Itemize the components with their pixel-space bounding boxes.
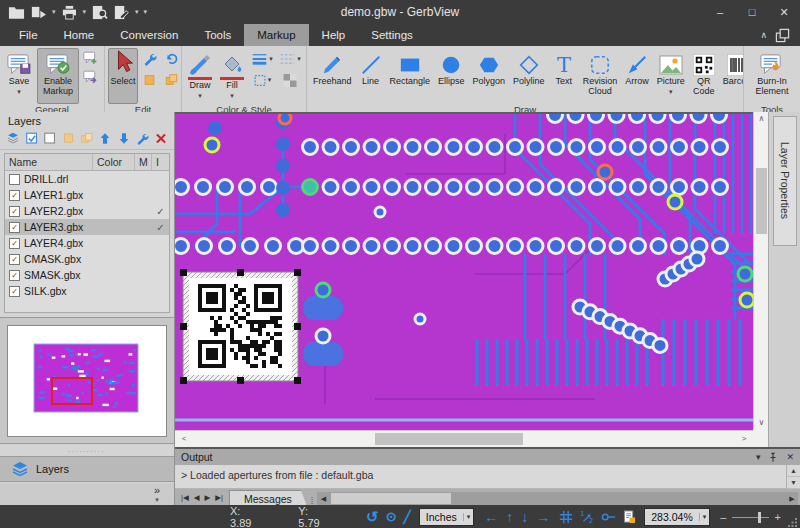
measure-icon[interactable]: ╱ [404, 510, 411, 524]
layer-row-layer4.gbx[interactable]: ✓LAYER4.gbx [5, 235, 169, 251]
save-button[interactable]: Save ▾ [3, 48, 35, 104]
menu-tab-markup[interactable]: Markup [244, 24, 308, 46]
layer-i-flag[interactable] [152, 267, 169, 283]
arrow-button[interactable]: Arrow [622, 48, 652, 104]
barcode-button[interactable]: Barcode [720, 48, 744, 104]
output-horizontal-scrollbar[interactable]: ◀ ▶ [317, 492, 798, 505]
line-width-button[interactable]: ▾ [249, 51, 275, 67]
zoom-slider-knob[interactable] [758, 512, 761, 523]
save-as-icon[interactable] [113, 5, 130, 20]
pcb-view[interactable] [175, 112, 753, 430]
layer-visibility-checkbox[interactable]: ✓ [9, 254, 20, 265]
msg-scroll-left[interactable]: ◀ [317, 492, 329, 505]
export-markup-icon[interactable] [81, 69, 99, 85]
pan-down-icon[interactable]: ↓ [521, 509, 528, 525]
vertical-scrollbar[interactable]: ∧ ∨ [753, 112, 768, 430]
grid-toggle-icon[interactable] [559, 510, 573, 524]
menu-tab-home[interactable]: Home [51, 24, 108, 46]
copy-markup-icon[interactable] [140, 72, 158, 88]
qr-markup-object[interactable] [180, 269, 301, 384]
layer-m-flag[interactable] [135, 283, 152, 299]
output-scrollbar[interactable]: ▲ ▼ [786, 465, 800, 488]
minimize-button[interactable]: – [704, 0, 736, 24]
transparency-button[interactable] [277, 72, 303, 88]
ribbon-options-icon[interactable] [775, 28, 790, 43]
link-icon[interactable] [601, 511, 616, 523]
layer-i-flag[interactable] [152, 171, 169, 187]
pan-up-icon[interactable]: ↑ [506, 509, 513, 525]
polygon-button[interactable]: Polygon [470, 48, 509, 104]
panel-splitter[interactable]: ∙∙∙∙∙∙∙∙∙∙ [0, 448, 174, 454]
convert-icon[interactable] [30, 5, 47, 20]
delete-layer-icon[interactable] [154, 131, 168, 146]
scroll-right-arrow[interactable]: > [737, 431, 751, 448]
scroll-down-arrow[interactable]: ∨ [754, 416, 769, 430]
horizontal-scroll-thumb[interactable] [375, 433, 523, 445]
maximize-button[interactable]: □ [736, 0, 768, 24]
polyline-button[interactable]: Polyline [510, 48, 548, 104]
msg-scroll-right[interactable]: ▶ [786, 492, 798, 505]
pan-left-icon[interactable]: ← [484, 509, 498, 525]
print-dropdown-caret[interactable]: ▾ [83, 8, 87, 16]
uncheck-all-layers-icon[interactable] [43, 131, 57, 146]
horizontal-scrollbar[interactable]: < > [175, 430, 753, 447]
undo-icon[interactable] [162, 51, 180, 67]
layer-row-layer1.gbx[interactable]: ✓LAYER1.gbx [5, 187, 169, 203]
add-markup-icon[interactable] [81, 50, 99, 66]
menu-tab-tools[interactable]: Tools [191, 24, 244, 46]
layer-m-flag[interactable] [135, 235, 152, 251]
layer-m-flag[interactable] [135, 267, 152, 283]
menu-tab-settings[interactable]: Settings [358, 24, 426, 46]
tab-nav-first[interactable]: |◀ [181, 493, 189, 502]
print-icon[interactable] [61, 5, 78, 20]
scale-icon[interactable]: 12 [580, 510, 594, 524]
open-file-icon[interactable] [8, 5, 25, 20]
line-style-button[interactable]: ▾ [277, 51, 303, 67]
layer-i-flag[interactable]: ✓ [152, 219, 169, 235]
pan-right-icon[interactable]: → [536, 509, 550, 525]
zoom-out-button[interactable]: – [720, 511, 726, 523]
layer-row-layer3.gbx[interactable]: ✓LAYER3.gbx✓ [5, 219, 169, 235]
layer-row-smask.gbx[interactable]: ✓SMASK.gbx [5, 267, 169, 283]
line-button[interactable]: Line [357, 48, 385, 104]
layer-m-flag[interactable] [135, 187, 152, 203]
qr-code-button[interactable]: QR Code [690, 48, 718, 104]
customize-qat-caret[interactable]: ▾ [144, 8, 148, 16]
layer-properties-icon[interactable] [135, 131, 149, 146]
layer-m-flag[interactable] [135, 251, 152, 267]
convert-dropdown-caret[interactable]: ▾ [52, 8, 56, 16]
snap-center-icon[interactable]: ⊙ [386, 509, 397, 524]
output-scroll-down[interactable]: ▼ [787, 477, 800, 489]
revision-cloud-button[interactable]: Revision Cloud [580, 48, 621, 104]
select-button[interactable]: Select [108, 48, 138, 104]
output-dropdown-icon[interactable]: ▾ [756, 452, 761, 462]
layer-i-flag[interactable]: ✓ [152, 203, 169, 219]
menu-tab-help[interactable]: Help [309, 24, 359, 46]
burn-in-element-button[interactable]: Burn-In Element [749, 48, 795, 104]
zoom-in-button[interactable]: + [775, 511, 781, 523]
move-layer-up-icon[interactable] [98, 131, 112, 146]
layers-panel-tab[interactable]: Layers [0, 456, 174, 482]
layer-visibility-checkbox[interactable]: ✓ [9, 190, 20, 201]
layer-visibility-checkbox[interactable]: ✓ [9, 238, 20, 249]
expand-panel-button[interactable]: » ▾ [154, 486, 160, 504]
layer-i-flag[interactable] [152, 235, 169, 251]
layer-m-flag[interactable] [135, 203, 152, 219]
layer-row-drill.drl[interactable]: DRILL.drl [5, 171, 169, 187]
layer-i-flag[interactable] [152, 251, 169, 267]
minimize-ribbon-icon[interactable]: ∧ [760, 30, 767, 40]
layer-visibility-checkbox[interactable]: ✓ [9, 206, 20, 217]
tab-nav-prev[interactable]: ◀ [194, 493, 200, 502]
rotate-icon[interactable]: ↺ [366, 508, 379, 526]
close-button[interactable]: ✕ [768, 0, 800, 24]
layer-i-flag[interactable] [152, 187, 169, 203]
enable-markup-button[interactable]: Enable Markup [37, 48, 79, 104]
freehand-button[interactable]: Freehand [310, 48, 355, 104]
layer-m-flag[interactable] [135, 219, 152, 235]
fill-color-button[interactable]: Fill ▾ [217, 48, 247, 104]
layer-m-flag[interactable] [135, 171, 152, 187]
layer-row-cmask.gbx[interactable]: ✓CMASK.gbx [5, 251, 169, 267]
layer-i-flag[interactable] [152, 283, 169, 299]
msg-scroll-thumb[interactable] [331, 493, 451, 504]
layer-row-silk.gbx[interactable]: ✓SILK.gbx [5, 283, 169, 299]
